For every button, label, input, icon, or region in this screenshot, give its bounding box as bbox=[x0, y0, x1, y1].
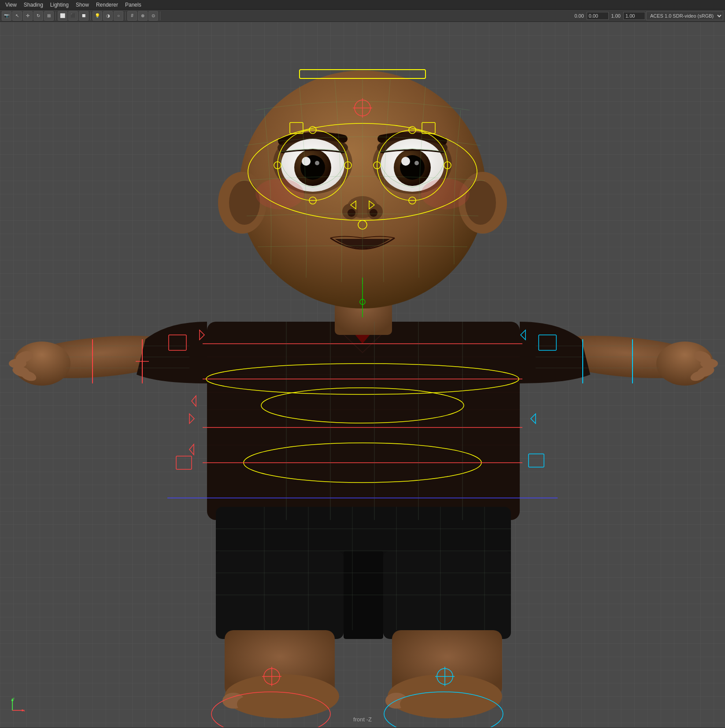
toolbar-sep-4 bbox=[160, 11, 160, 20]
gamma-input[interactable] bbox=[623, 12, 645, 20]
svg-point-37 bbox=[440, 698, 458, 712]
colorspace-select[interactable]: ACES 1.0 SDR-video (sRGB) bbox=[646, 11, 723, 20]
svg-point-62 bbox=[370, 209, 377, 217]
svg-point-56 bbox=[401, 157, 410, 166]
toolbar-wireframe-btn[interactable]: ⬜ bbox=[58, 11, 67, 21]
svg-point-57 bbox=[414, 161, 419, 165]
toolbar-rotate-btn[interactable]: ↻ bbox=[33, 11, 43, 21]
menu-lighting[interactable]: Lighting bbox=[47, 1, 72, 9]
toolbar-ao-btn[interactable]: ○ bbox=[114, 11, 123, 21]
menu-shading[interactable]: Shading bbox=[20, 1, 47, 9]
svg-marker-102 bbox=[192, 396, 196, 406]
svg-text:x: x bbox=[24, 709, 26, 712]
view-label: front -Z bbox=[353, 716, 372, 723]
toolbar-camera-btn[interactable]: 📷 bbox=[2, 11, 11, 21]
toolbar: 📷 ↖ ✛ ↻ ⊞ ⬜ ⬛ 🔲 💡 ◑ ○ # ⊕ ⊙ 0.00 1.00 AC… bbox=[0, 10, 725, 22]
toolbar-scale-btn[interactable]: ⊞ bbox=[44, 11, 54, 21]
svg-marker-105 bbox=[531, 414, 536, 423]
svg-marker-106 bbox=[189, 414, 194, 423]
toolbar-sep-1 bbox=[55, 11, 56, 20]
menu-renderer[interactable]: Renderer bbox=[92, 1, 122, 9]
toolbar-sep-2 bbox=[90, 11, 91, 20]
toolbar-snap-btn[interactable]: ⊕ bbox=[138, 11, 148, 21]
svg-point-52 bbox=[302, 157, 311, 166]
toolbar-select-btn[interactable]: ↖ bbox=[12, 11, 22, 21]
svg-point-43 bbox=[465, 181, 496, 225]
character-model bbox=[0, 22, 725, 727]
toolbar-shadow-btn[interactable]: ◑ bbox=[103, 11, 113, 21]
svg-rect-107 bbox=[176, 456, 192, 469]
svg-marker-103 bbox=[189, 444, 194, 455]
toolbar-solid-btn[interactable]: ⬛ bbox=[68, 11, 78, 21]
axis-indicator: x y bbox=[9, 696, 26, 714]
exposure-input[interactable] bbox=[587, 12, 609, 20]
toolbar-move-btn[interactable]: ✛ bbox=[23, 11, 33, 21]
toolbar-magnet-btn[interactable]: ⊙ bbox=[148, 11, 158, 21]
svg-point-30 bbox=[277, 698, 295, 712]
svg-point-53 bbox=[315, 161, 319, 165]
svg-point-41 bbox=[229, 181, 260, 225]
svg-point-61 bbox=[348, 209, 355, 217]
viewport: x y front -Z bbox=[0, 22, 725, 727]
toolbar-light-btn[interactable]: 💡 bbox=[92, 11, 102, 21]
svg-text:y: y bbox=[13, 697, 15, 700]
gamma-label: 1.00 bbox=[610, 13, 622, 19]
menu-show[interactable]: Show bbox=[72, 1, 92, 9]
menu-panels[interactable]: Panels bbox=[122, 1, 145, 9]
menu-view[interactable]: View bbox=[2, 1, 20, 9]
toolbar-grid-btn[interactable]: # bbox=[127, 11, 137, 21]
svg-point-63 bbox=[255, 178, 304, 209]
exposure-label: 0.00 bbox=[573, 13, 585, 19]
toolbar-sep-3 bbox=[125, 11, 126, 20]
menu-bar: View Shading Lighting Show Renderer Pane… bbox=[0, 0, 725, 10]
toolbar-texture-btn[interactable]: 🔲 bbox=[79, 11, 89, 21]
svg-rect-104 bbox=[529, 454, 544, 467]
svg-point-64 bbox=[421, 178, 470, 209]
